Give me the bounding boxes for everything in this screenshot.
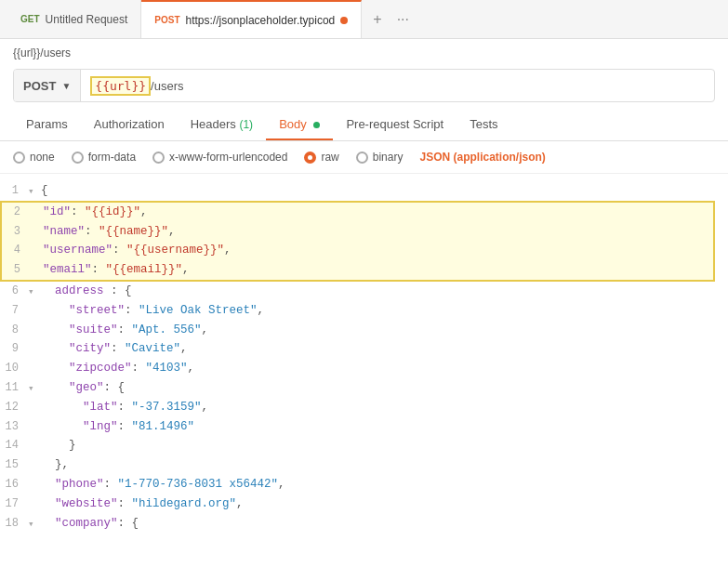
tab-bar: GET Untitled Request POST https://jsonpl… — [0, 0, 728, 39]
line-num-1: 1 — [0, 181, 28, 201]
tab-headers-label: Headers — [191, 117, 236, 131]
code-line-3: 3 "name": "{{name}}", — [2, 222, 713, 242]
get-badge: GET — [20, 14, 40, 24]
tab-body-label: Body — [279, 117, 307, 131]
code-line-16: 16 "phone": "1-770-736-8031 x56442", — [0, 475, 728, 494]
line-num-17: 17 — [0, 494, 28, 514]
line-num-13: 13 — [0, 417, 28, 437]
line-num-7: 7 — [0, 301, 28, 321]
headers-badge: (1) — [239, 118, 253, 131]
code-line-5: 5 "email": "{{email}}", — [2, 260, 713, 280]
code-line-17: 17 "website": "hildegard.org", — [0, 494, 728, 514]
radio-none[interactable]: none — [13, 151, 55, 164]
line-arrow-13 — [28, 417, 41, 419]
line-arrow-14 — [28, 436, 41, 438]
line-content-16: "phone": "1-770-736-8031 x56442", — [41, 475, 728, 494]
tab-headers[interactable]: Headers (1) — [178, 110, 266, 140]
json-type-label[interactable]: JSON (application/json) — [419, 151, 545, 164]
line-content-6: address : { — [41, 282, 728, 301]
line-arrow-8 — [28, 321, 41, 323]
line-arrow-15 — [28, 455, 41, 457]
method-select[interactable]: POST ▼ — [14, 70, 81, 101]
add-tab-button[interactable]: + — [367, 9, 387, 30]
code-line-18: 18 ▾ "company": { — [0, 514, 728, 534]
radio-none-circle — [13, 152, 25, 164]
tab-authorization[interactable]: Authorization — [81, 110, 178, 140]
line-content-7: "street": "Live Oak Street", — [41, 301, 728, 321]
code-line-2: 2 "id": "{{id}}", — [2, 203, 713, 222]
line-arrow-18: ▾ — [28, 514, 41, 533]
line-num-14: 14 — [0, 436, 28, 455]
body-type-bar: none form-data x-www-form-urlencoded raw… — [0, 141, 728, 174]
tab-body[interactable]: Body — [266, 110, 333, 140]
line-content-9: "city": "Cavite", — [41, 339, 728, 359]
line-num-6: 6 — [0, 282, 28, 301]
line-num-11: 11 — [0, 378, 28, 398]
code-line-9: 9 "city": "Cavite", — [0, 339, 728, 359]
code-line-7: 7 "street": "Live Oak Street", — [0, 301, 728, 321]
code-line-1: 1 ▾ { — [0, 181, 728, 201]
line-num-10: 10 — [0, 359, 28, 378]
radio-binary-label: binary — [373, 151, 404, 164]
line-arrow-9 — [28, 339, 41, 341]
line-num-15: 15 — [0, 455, 28, 475]
line-num-12: 12 — [0, 398, 28, 417]
line-content-13: "lng": "81.1496" — [41, 417, 728, 437]
url-input[interactable]: {{url}}/users — [81, 76, 714, 96]
url-label: {{url}}/users — [0, 39, 728, 63]
radio-form-data-circle — [72, 152, 84, 164]
tab-params[interactable]: Params — [13, 110, 81, 140]
line-arrow-12 — [28, 398, 41, 400]
line-num-2: 2 — [2, 203, 30, 222]
radio-urlencoded-label: x-www-form-urlencoded — [169, 151, 287, 164]
code-line-13: 13 "lng": "81.1496" — [0, 417, 728, 437]
line-content-15: }, — [41, 455, 728, 475]
radio-form-data[interactable]: form-data — [72, 151, 136, 164]
line-arrow-4 — [30, 241, 43, 243]
line-arrow-6: ▾ — [28, 282, 41, 300]
code-line-15: 15 }, — [0, 455, 728, 475]
tab-authorization-label: Authorization — [94, 117, 165, 131]
line-arrow-7 — [28, 301, 41, 303]
code-line-4: 4 "username": "{{username}}", — [2, 241, 713, 260]
radio-raw-label: raw — [321, 151, 338, 164]
tab-tests-label: Tests — [470, 117, 497, 131]
method-arrow-icon: ▼ — [61, 81, 71, 91]
tab-post[interactable]: POST https://jsonplaceholder.typicod — [141, 0, 362, 38]
code-editor[interactable]: 1 ▾ { 2 "id": "{{id}}", 3 "name": "{{nam… — [0, 174, 728, 540]
line-arrow-5 — [30, 260, 43, 262]
tab-get[interactable]: GET Untitled Request — [7, 0, 141, 38]
radio-binary[interactable]: binary — [356, 151, 404, 164]
radio-none-label: none — [30, 151, 55, 164]
tab-params-label: Params — [26, 117, 68, 131]
line-content-17: "website": "hildegard.org", — [41, 494, 728, 514]
radio-urlencoded-circle — [152, 152, 165, 164]
line-arrow-16 — [28, 475, 41, 477]
line-arrow-2 — [30, 203, 43, 204]
radio-raw[interactable]: raw — [304, 151, 338, 164]
highlighted-block: 2 "id": "{{id}}", 3 "name": "{{name}}", … — [0, 201, 715, 282]
code-line-8: 8 "suite": "Apt. 556", — [0, 321, 728, 340]
line-content-18: "company": { — [41, 514, 728, 534]
radio-form-data-label: form-data — [88, 151, 136, 164]
line-arrow-1: ▾ — [28, 181, 41, 200]
line-content-14: } — [41, 436, 728, 455]
line-arrow-11: ▾ — [28, 378, 41, 397]
code-line-11: 11 ▾ "geo": { — [0, 378, 728, 398]
url-template-var: {{url}} — [90, 76, 151, 96]
more-tabs-button[interactable]: ··· — [391, 9, 415, 30]
tab-tests[interactable]: Tests — [457, 110, 510, 140]
line-num-4: 4 — [2, 241, 30, 260]
tab-pre-request[interactable]: Pre-request Script — [333, 110, 457, 140]
tab-dot — [340, 17, 348, 24]
code-line-12: 12 "lat": "-37.3159", — [0, 398, 728, 417]
line-content-1: { — [41, 181, 728, 201]
line-num-5: 5 — [2, 260, 30, 280]
line-content-3: "name": "{{name}}", — [43, 222, 713, 242]
line-content-11: "geo": { — [41, 378, 728, 398]
tab-actions: + ··· — [367, 9, 415, 30]
radio-raw-circle — [304, 152, 316, 164]
line-num-9: 9 — [0, 339, 28, 359]
radio-urlencoded[interactable]: x-www-form-urlencoded — [152, 151, 287, 164]
line-arrow-10 — [28, 359, 41, 361]
